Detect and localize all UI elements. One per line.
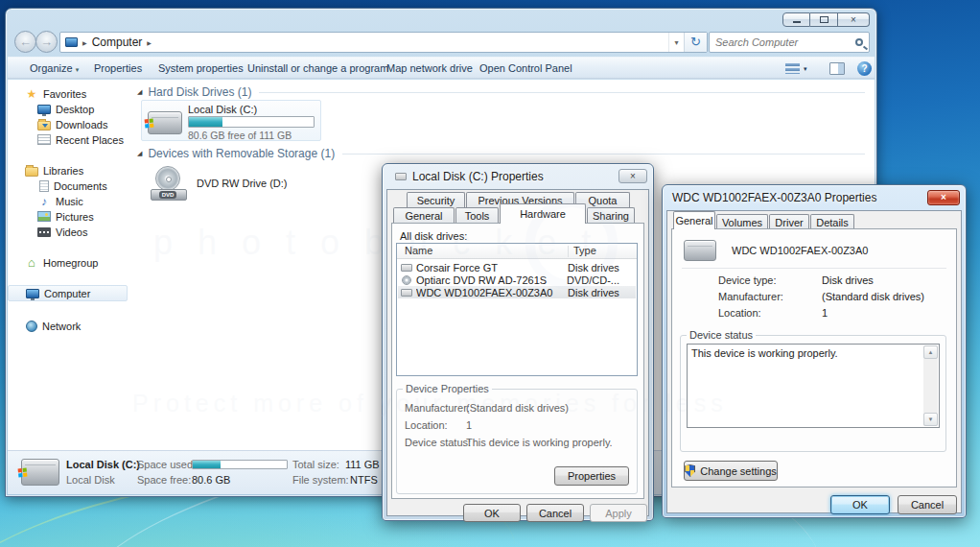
uac-shield-icon (685, 464, 695, 477)
sidebar-item-documents[interactable]: Documents (8, 178, 128, 194)
sidebar-label: Documents (54, 180, 107, 192)
group-header-hard-disk-drives[interactable]: ◢ Hard Disk Drives (1) (137, 85, 865, 99)
close-button[interactable]: × (618, 169, 647, 183)
minimize-button[interactable] (782, 12, 810, 27)
back-button[interactable]: ← (14, 31, 36, 53)
column-name[interactable]: Name (405, 245, 432, 256)
maximize-icon (820, 16, 828, 23)
column-divider (568, 246, 569, 257)
sidebar-item-downloads[interactable]: Downloads (8, 116, 128, 132)
preview-pane-icon[interactable] (829, 62, 845, 75)
sidebar-label: Music (56, 196, 83, 207)
sidebar-item-videos[interactable]: Videos (8, 224, 128, 240)
sidebar-item-computer[interactable]: Computer (8, 285, 128, 301)
cancel-button[interactable]: Cancel (898, 495, 957, 514)
group-header-removable-storage[interactable]: ◢ Devices with Removable Storage (1) (137, 147, 865, 160)
sidebar-item-network[interactable]: Network (8, 318, 128, 334)
star-icon: ★ (25, 88, 38, 100)
scrollbar[interactable]: ▲ ▼ (923, 345, 938, 426)
hard-drive-icon (684, 240, 716, 261)
organize-menu[interactable]: Organize▾ (30, 58, 79, 80)
network-icon (26, 321, 37, 332)
column-type[interactable]: Type (573, 245, 596, 256)
list-row-corsair[interactable]: Corsair Force GT Disk drives (398, 261, 636, 274)
windows-flag-icon (145, 119, 154, 129)
drive-item-dvd-rw[interactable]: DVD DVD RW Drive (D:) (145, 164, 356, 208)
tab-details[interactable]: Details (810, 214, 854, 229)
sidebar-label: Libraries (43, 165, 83, 177)
expander-icon: ◢ (137, 88, 142, 96)
address-bar[interactable]: ▶ Computer ▶ ▾ ↻ (59, 32, 708, 53)
tab-driver[interactable]: Driver (769, 214, 809, 229)
close-button[interactable]: × (838, 12, 870, 27)
command-toolbar: Organize▾ Properties System properties U… (8, 57, 875, 79)
sidebar-item-homegroup[interactable]: ⌂Homegroup (8, 254, 128, 271)
device-properties-group: Device Properties Manufacturer: (Standar… (396, 389, 638, 494)
row-name: WDC WD1002FAEX-00Z3A0 (416, 287, 568, 298)
tab-tools[interactable]: Tools (455, 207, 499, 223)
change-settings-button[interactable]: Change settings (684, 461, 778, 481)
scroll-up-button[interactable]: ▲ (923, 345, 938, 359)
row-type: Disk drives (568, 287, 619, 298)
sidebar-item-desktop[interactable]: Desktop (8, 101, 128, 117)
location-value: 1 (822, 307, 828, 319)
cancel-button[interactable]: Cancel (526, 504, 584, 522)
apply-button[interactable]: Apply (590, 504, 647, 522)
toolbar-item-open-control-panel[interactable]: Open Control Panel (479, 58, 572, 80)
location-label: Location: (718, 307, 761, 319)
manufacturer-value: (Standard disk drives) (822, 291, 924, 302)
sidebar-item-music[interactable]: ♪Music (8, 193, 128, 209)
toolbar-item-system-properties[interactable]: System properties (158, 58, 244, 80)
ok-button[interactable]: OK (830, 495, 890, 514)
disk-drives-list[interactable]: Name Type Corsair Force GT Disk drives O… (396, 243, 638, 376)
tab-security[interactable]: Security (407, 192, 465, 207)
drive-item-local-disk-c[interactable]: Local Disk (C:) 80.6 GB free of 111 GB (141, 100, 321, 141)
toolbar-item-map-network-drive[interactable]: Map network drive (386, 58, 473, 80)
search-input[interactable]: Search Computer (709, 32, 870, 53)
properties-button[interactable]: Properties (554, 466, 629, 486)
file-system-value: NTFS (350, 474, 378, 486)
total-size-value: 111 GB (345, 459, 380, 470)
tab-volumes[interactable]: Volumes (716, 214, 768, 229)
scroll-down-button[interactable]: ▼ (923, 413, 938, 426)
maximize-button[interactable] (810, 12, 838, 27)
ok-button[interactable]: OK (463, 504, 521, 522)
sidebar-item-favorites[interactable]: ★Favorites (8, 85, 128, 102)
breadcrumb-computer[interactable]: Computer (92, 36, 143, 49)
list-row-optiarc[interactable]: Optiarc DVD RW AD-7261S DVD/CD-... (398, 274, 636, 286)
tab-sharing[interactable]: Sharing (587, 207, 635, 223)
dialog-title-text: Local Disk (C:) Properties (412, 168, 544, 185)
location-label: Location: (405, 419, 448, 431)
libraries-icon (25, 167, 38, 177)
device-status-label: Device status: (405, 437, 471, 448)
tab-hardware[interactable]: Hardware (500, 203, 586, 224)
dialog-title-text: WDC WD1002FAEX-00Z3A0 Properties (672, 189, 876, 206)
sidebar-item-pictures[interactable]: Pictures (8, 208, 128, 225)
total-size-label: Total size: (292, 459, 339, 470)
sidebar-item-recent-places[interactable]: Recent Places (8, 131, 128, 148)
back-arrow-icon: ← (19, 35, 32, 49)
device-status-textbox[interactable]: This device is working properly. ▲ ▼ (687, 344, 940, 428)
views-icon[interactable] (785, 62, 800, 74)
refresh-button[interactable]: ↻ (684, 33, 707, 52)
address-dropdown-button[interactable]: ▾ (668, 33, 684, 52)
sidebar-item-libraries[interactable]: Libraries (8, 162, 128, 178)
capacity-bar-fill (189, 117, 222, 127)
breadcrumb-separator-icon: ▶ (147, 39, 152, 46)
toolbar-item-properties[interactable]: Properties (94, 58, 142, 80)
forward-button[interactable]: → (35, 31, 58, 53)
views-dropdown[interactable]: ▾ (804, 58, 807, 80)
forward-arrow-icon: → (40, 35, 53, 49)
capacity-bar (188, 116, 315, 128)
help-icon[interactable]: ? (857, 61, 872, 76)
list-row-wdc[interactable]: WDC WD1002FAEX-00Z3A0 Disk drives (398, 286, 636, 298)
window-controls: × (782, 12, 870, 27)
tab-general[interactable]: General (673, 211, 715, 229)
close-button[interactable]: × (927, 190, 960, 205)
row-type: Disk drives (568, 262, 619, 274)
navigation-bar: ← → ▶ Computer ▶ ▾ ↻ Search Computer (6, 30, 876, 57)
desktop-icon (37, 105, 51, 114)
hardware-tab-page: All disk drives: Name Type Corsair Force… (391, 223, 644, 499)
toolbar-item-uninstall[interactable]: Uninstall or change a program (247, 58, 388, 80)
tab-general[interactable]: General (393, 207, 455, 223)
